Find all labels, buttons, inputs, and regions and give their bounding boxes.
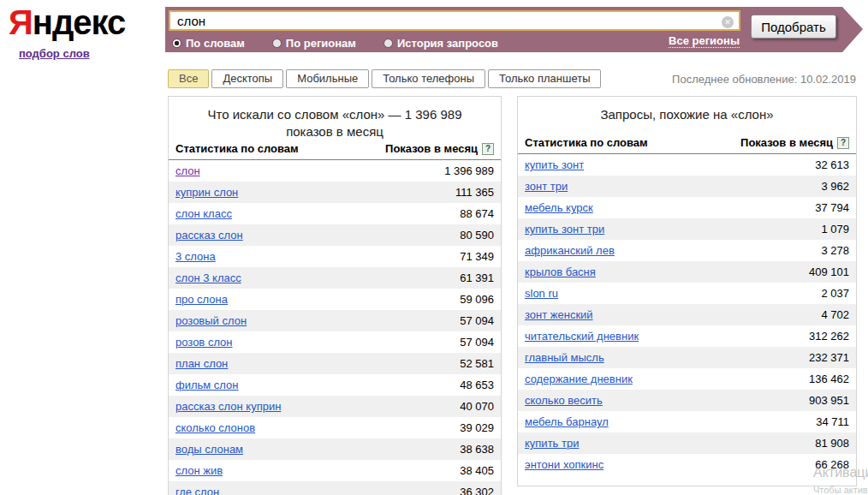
help-icon[interactable]: ? — [482, 143, 494, 155]
keyword-link[interactable]: слон жив — [175, 464, 223, 477]
tab-tablets-only[interactable]: Только планшеты — [488, 69, 601, 88]
table-row: слон1 396 989 — [169, 160, 501, 182]
keyword-link[interactable]: розовый слон — [175, 314, 247, 327]
keyword-panel-title: Что искали со словом «слон» — 1 396 989 … — [169, 97, 501, 140]
radio-by-regions[interactable]: По регионам — [272, 37, 356, 50]
table-row: розовый слон57 094 — [169, 310, 501, 331]
radio-label: По регионам — [286, 37, 356, 50]
yandex-logo[interactable]: Яндекс — [9, 3, 125, 42]
col-impressions-header: Показов в месяц? — [385, 142, 494, 155]
keyword-link[interactable]: slon ru — [525, 287, 558, 300]
last-update-label: Последнее обновление: 10.02.2019 — [672, 73, 856, 86]
wordstat-service-link[interactable]: подбор слов — [19, 47, 90, 60]
keyword-link[interactable]: рассказ слон куприн — [175, 400, 281, 413]
keyword-link[interactable]: мебель курск — [525, 201, 593, 214]
keyword-link[interactable]: 3 слона — [175, 250, 216, 263]
keyword-link[interactable]: куприн слон — [175, 186, 238, 199]
radio-icon[interactable] — [383, 39, 393, 48]
table-row: слон жив38 405 — [169, 460, 501, 481]
keyword-link[interactable]: рассказ слон — [175, 229, 243, 242]
keyword-link[interactable]: розов слон — [175, 336, 233, 349]
impressions-value: 3 278 — [821, 244, 849, 257]
keyword-link[interactable]: слон — [175, 164, 200, 177]
table-row: африканский лев3 278 — [518, 240, 856, 261]
clear-icon[interactable]: ✕ — [722, 16, 734, 28]
all-regions-link[interactable]: Все регионы — [669, 34, 740, 48]
keyword-link[interactable]: про слона — [175, 293, 228, 306]
keyword-link[interactable]: зонт женский — [525, 308, 593, 321]
keyword-link[interactable]: читательский дневник — [525, 330, 639, 343]
table-row: слон класс88 674 — [169, 203, 501, 224]
keyword-link[interactable]: зонт три — [525, 180, 568, 193]
keyword-link[interactable]: сколько весить — [525, 394, 603, 407]
help-icon[interactable]: ? — [837, 137, 849, 149]
radio-query-history[interactable]: История запросов — [383, 37, 498, 50]
tab-mobile[interactable]: Мобильные — [286, 69, 369, 88]
submit-button[interactable]: Подобрать — [751, 15, 836, 39]
search-input[interactable] — [169, 10, 740, 31]
keyword-link[interactable]: сколько слонов — [175, 421, 255, 434]
keyword-link[interactable]: фильм слон — [175, 379, 239, 391]
table-row: главный мысль232 371 — [518, 347, 856, 368]
keyword-link[interactable]: главный мысль — [525, 351, 604, 364]
logo-rest: ндекс — [33, 3, 126, 41]
impressions-value: 3 962 — [821, 180, 849, 193]
keyword-link[interactable]: купить зонт три — [525, 223, 604, 236]
keyword-link[interactable]: воды слонам — [175, 443, 243, 456]
search-bar: ✕ Подобрать По словамПо регионамИстория … — [165, 7, 842, 52]
impressions-value: 1 396 989 — [444, 164, 494, 177]
impressions-value: 59 096 — [460, 293, 494, 306]
tab-all[interactable]: Все — [168, 69, 209, 88]
keyword-link[interactable]: купить зонт — [525, 158, 584, 171]
table-row: энтони хопкинс66 268 — [518, 454, 856, 475]
table-row: содержание дневник136 462 — [518, 368, 856, 390]
table-row: сколько слонов39 029 — [169, 417, 501, 438]
table-row: где слон36 302 — [169, 481, 501, 495]
table-row: зонт женский4 702 — [518, 304, 856, 325]
impressions-value: 34 711 — [816, 415, 849, 428]
impressions-value: 52 581 — [460, 357, 494, 370]
logo-block: Яндекс подбор слов — [9, 3, 125, 61]
keyword-link[interactable]: крылов басня — [525, 265, 596, 278]
keyword-link[interactable]: купить три — [525, 437, 579, 450]
impressions-value: 39 029 — [460, 421, 494, 434]
table-row: розов слон57 094 — [169, 331, 501, 353]
impressions-value: 37 794 — [815, 201, 849, 214]
keyword-link[interactable]: где слон — [175, 486, 219, 495]
radio-icon[interactable] — [272, 39, 282, 48]
device-tabs: ВсеДесктопыМобильныеТолько телефоныТольк… — [168, 69, 601, 88]
impressions-value: 48 653 — [460, 379, 494, 391]
impressions-value: 312 262 — [809, 330, 849, 343]
impressions-value: 38 638 — [460, 443, 494, 456]
table-row: рассказ слон куприн40 070 — [169, 396, 501, 417]
search-bar-arrow — [842, 7, 863, 52]
tab-phones-only[interactable]: Только телефоны — [372, 69, 485, 88]
keyword-link[interactable]: мебель барнаул — [525, 415, 609, 428]
keyword-link[interactable]: слон класс — [175, 207, 232, 220]
table-row: план слон52 581 — [169, 353, 501, 374]
table-row: купить три81 908 — [518, 432, 856, 454]
col-keywords-header: Статистика по словам — [525, 136, 648, 149]
keyword-link[interactable]: африканский лев — [525, 244, 615, 257]
impressions-value: 40 070 — [460, 400, 494, 413]
radio-by-words[interactable]: По словам — [172, 37, 245, 50]
keyword-link[interactable]: слон 3 класс — [175, 271, 241, 284]
search-input-wrap: ✕ — [169, 10, 740, 31]
table-row: слон 3 класс61 391 — [169, 267, 501, 289]
table-row: зонт три3 962 — [518, 176, 856, 197]
table-row: читательский дневник312 262 — [518, 325, 856, 347]
impressions-value: 61 391 — [460, 271, 494, 284]
similar-rows: купить зонт32 613зонт три3 962мебель кур… — [518, 154, 856, 475]
keyword-link[interactable]: план слон — [175, 357, 228, 370]
impressions-value: 36 302 — [460, 486, 494, 495]
keyword-link[interactable]: содержание дневник — [525, 373, 633, 385]
mode-radio-group: По словамПо регионамИстория запросов — [172, 37, 498, 50]
logo-letter: Я — [9, 3, 33, 41]
keyword-link[interactable]: энтони хопкинс — [525, 458, 603, 471]
radio-icon[interactable] — [172, 39, 181, 48]
keyword-stats-panel: Что искали со словом «слон» — 1 396 989 … — [168, 96, 502, 495]
table-row: slon ru2 037 — [518, 283, 856, 304]
impressions-value: 57 094 — [460, 314, 494, 327]
impressions-value: 409 101 — [809, 265, 849, 278]
tab-desktops[interactable]: Десктопы — [211, 69, 283, 88]
